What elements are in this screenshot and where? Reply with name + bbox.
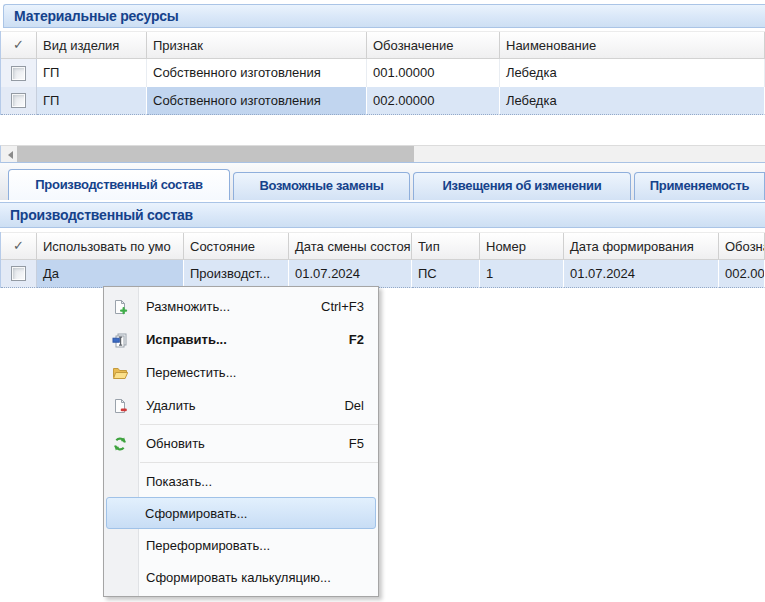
- materials-row-1[interactable]: ГП Собственного изготовления 001.00000 Л…: [1, 59, 765, 87]
- menu-separator: [140, 462, 378, 463]
- cell-name[interactable]: Лебедка: [500, 87, 765, 115]
- tab-strip: Производственный состав Возможные замены…: [0, 163, 765, 200]
- menu-item-label: Удалить: [146, 398, 196, 413]
- refresh-icon: [110, 436, 130, 452]
- menu-item-label: Сформировать...: [145, 506, 247, 521]
- cell-state-change-date[interactable]: 01.07.2024: [289, 260, 412, 288]
- page-add-icon: [110, 299, 130, 315]
- cell-number[interactable]: 1: [480, 260, 564, 288]
- menu-separator: [140, 424, 378, 425]
- menu-item-form-calculation[interactable]: Сформировать калькуляцию...: [104, 561, 378, 593]
- production-grid-header: ✓ Использовать по умо Состояние Дата сме…: [1, 232, 765, 260]
- menu-item-reform[interactable]: Переформировать...: [104, 529, 378, 561]
- menu-item-label: Исправить...: [146, 332, 227, 347]
- checkbox[interactable]: [11, 66, 26, 81]
- production-row-selected[interactable]: Да Производст... 01.07.2024 ПС 1 01.07.2…: [1, 260, 765, 288]
- scroll-left-button[interactable]: [3, 148, 17, 161]
- menu-item-duplicate[interactable]: Размножить... Ctrl+F3: [104, 290, 378, 323]
- materials-grid: ✓ Вид изделия Признак Обозначение Наимен…: [0, 31, 765, 115]
- materials-panel-title: Материальные ресурсы: [14, 8, 179, 24]
- menu-item-label: Показать...: [146, 474, 212, 489]
- menu-item-form-highlighted[interactable]: Сформировать...: [106, 497, 376, 529]
- context-menu: Размножить... Ctrl+F3 Исправить... F2 Пе…: [103, 286, 379, 597]
- row-checkbox-cell[interactable]: [1, 59, 37, 87]
- tab-production-structure[interactable]: Производственный состав: [8, 169, 230, 200]
- menu-item-shortcut: Del: [344, 398, 364, 413]
- materials-panel-header: Материальные ресурсы: [3, 4, 765, 28]
- menu-item-shortcut: F5: [349, 436, 364, 451]
- column-header-designation[interactable]: Обозна: [719, 233, 765, 259]
- materials-grid-header: ✓ Вид изделия Признак Обозначение Наимен…: [1, 31, 765, 59]
- production-grid: ✓ Использовать по умо Состояние Дата сме…: [0, 232, 765, 288]
- cell-attribute[interactable]: Собственного изготовления: [147, 59, 367, 87]
- menu-item-refresh[interactable]: Обновить F5: [104, 427, 378, 460]
- tab-change-notices[interactable]: Извещения об изменении: [413, 172, 631, 200]
- cell-state[interactable]: Производст...: [184, 260, 289, 288]
- column-header-formation-date[interactable]: Дата формирования: [564, 233, 719, 259]
- scrollbar-thumb[interactable]: [17, 146, 414, 162]
- cell-product-kind[interactable]: ГП: [37, 87, 147, 115]
- row-checkbox-cell[interactable]: [1, 260, 37, 288]
- check-icon: ✓: [13, 31, 24, 59]
- column-header-type[interactable]: Тип: [412, 233, 480, 259]
- column-header-designation[interactable]: Обозначение: [367, 32, 500, 58]
- menu-item-label: Сформировать калькуляцию...: [146, 570, 331, 585]
- select-all-header-cell[interactable]: ✓: [1, 233, 37, 259]
- menu-item-delete[interactable]: Удалить Del: [104, 389, 378, 422]
- cell-designation[interactable]: 002.00000: [719, 260, 765, 288]
- checkbox[interactable]: [11, 266, 26, 281]
- cell-attribute-focused[interactable]: Собственного изготовления: [147, 87, 367, 115]
- menu-item-edit[interactable]: Исправить... F2: [104, 323, 378, 356]
- column-header-number[interactable]: Номер: [480, 233, 564, 259]
- menu-item-label: Переместить...: [146, 365, 236, 380]
- column-header-product-kind[interactable]: Вид изделия: [37, 32, 147, 58]
- row-checkbox-cell[interactable]: [1, 87, 37, 115]
- edit-icon: [110, 332, 130, 348]
- checkbox[interactable]: [11, 93, 26, 108]
- select-all-header-cell[interactable]: ✓: [1, 32, 37, 58]
- cell-type[interactable]: ПС: [412, 260, 480, 288]
- horizontal-scrollbar[interactable]: [0, 145, 765, 163]
- cell-use-default-focused[interactable]: Да: [37, 260, 184, 288]
- menu-item-label: Обновить: [146, 436, 205, 451]
- materials-row-2-selected[interactable]: ГП Собственного изготовления 002.00000 Л…: [1, 87, 765, 115]
- tab-possible-replacements[interactable]: Возможные замены: [233, 172, 410, 200]
- column-header-state[interactable]: Состояние: [184, 233, 289, 259]
- folder-icon: [110, 365, 130, 381]
- cell-designation[interactable]: 002.00000: [367, 87, 500, 115]
- menu-item-shortcut: F2: [349, 332, 364, 347]
- column-header-use-default[interactable]: Использовать по умо: [37, 233, 184, 259]
- cell-designation[interactable]: 001.00000: [367, 59, 500, 87]
- cell-formation-date[interactable]: 01.07.2024: [564, 260, 719, 288]
- check-icon: ✓: [13, 232, 24, 260]
- scroll-left-arrow-icon: [8, 151, 13, 159]
- tab-applicability[interactable]: Применяемость: [634, 172, 765, 200]
- production-panel-title: Производственный состав: [10, 207, 193, 223]
- menu-item-label: Размножить...: [146, 299, 230, 314]
- page-remove-icon: [110, 398, 130, 414]
- column-header-state-change-date[interactable]: Дата смены состоя: [289, 233, 412, 259]
- menu-item-show[interactable]: Показать...: [104, 465, 378, 497]
- cell-name[interactable]: Лебедка: [500, 59, 765, 87]
- column-header-attribute[interactable]: Признак: [147, 32, 367, 58]
- column-header-name[interactable]: Наименование: [500, 32, 765, 58]
- menu-item-label: Переформировать...: [146, 538, 270, 553]
- cell-product-kind[interactable]: ГП: [37, 59, 147, 87]
- menu-item-shortcut: Ctrl+F3: [321, 299, 364, 314]
- production-panel-header: Производственный состав: [0, 202, 765, 228]
- menu-item-move[interactable]: Переместить...: [104, 356, 378, 389]
